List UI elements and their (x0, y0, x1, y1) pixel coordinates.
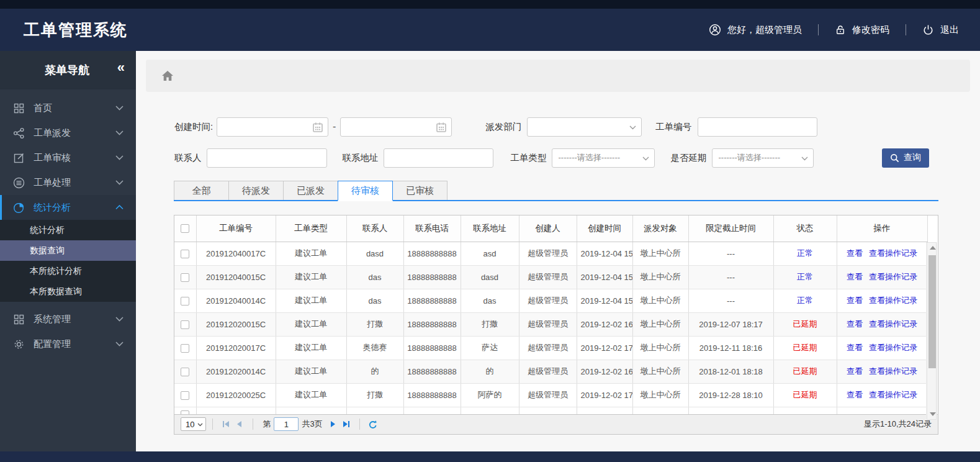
submenu-item-statistics[interactable]: 统计分析 (0, 220, 136, 240)
delayed-select[interactable]: -------请选择------- (712, 148, 814, 168)
cell-deadline: 2019-12-07 18:17 (688, 312, 773, 336)
row-checkbox[interactable] (181, 344, 189, 353)
row-checkbox[interactable] (181, 273, 189, 282)
cell-order-id: 201912040017C (196, 242, 276, 265)
cell-address: asd (461, 242, 519, 265)
view-log-link[interactable]: 查看操作记录 (869, 272, 917, 281)
refresh-button[interactable] (366, 417, 380, 431)
order-type-select[interactable]: -------请选择------- (552, 148, 655, 168)
first-page-button[interactable] (219, 417, 233, 431)
page-size-select[interactable]: 10 (181, 417, 206, 431)
sidebar-item-label: 工单派发 (34, 127, 71, 139)
gear-icon (13, 338, 25, 350)
prev-page-button[interactable] (233, 417, 246, 431)
user-icon (709, 24, 721, 36)
row-checkbox[interactable] (181, 320, 189, 329)
page-number-input[interactable] (274, 417, 299, 431)
view-log-link[interactable]: 查看操作记录 (869, 390, 917, 399)
order-type-label: 工单类型 (511, 152, 547, 164)
pager-divider (359, 419, 360, 430)
scroll-up-icon[interactable] (930, 246, 936, 250)
calendar-icon[interactable] (312, 122, 323, 133)
sidebar-item-system[interactable]: 系统管理 (0, 307, 136, 332)
address-input[interactable] (384, 148, 493, 168)
user-greeting[interactable]: 您好，超级管理员 (709, 24, 802, 36)
scroll-down-icon[interactable] (930, 412, 936, 416)
calendar-icon[interactable] (436, 122, 447, 133)
view-log-link[interactable]: 查看操作记录 (869, 343, 917, 352)
cell-order-id: 201912040014C (196, 289, 276, 312)
cell-contact: das (346, 265, 403, 289)
logout-button[interactable]: 退出 (922, 24, 959, 36)
tab-reviewed[interactable]: 已审核 (392, 181, 447, 200)
table-scrollbar[interactable] (926, 242, 937, 420)
cell-operations: 查看查看操作记录 (837, 242, 927, 265)
sidebar-item-statistics[interactable]: 统计分析 (0, 195, 136, 220)
tab-to-dispatch[interactable]: 待派发 (228, 181, 284, 200)
view-link[interactable]: 查看 (847, 319, 863, 328)
column-header: 状态 (773, 215, 837, 242)
contact-label: 联系人 (174, 152, 202, 164)
submenu-item-data-query[interactable]: 数据查询 (0, 240, 136, 261)
view-link[interactable]: 查看 (847, 272, 863, 281)
column-header: 工单编号 (196, 215, 276, 242)
scrollbar-thumb[interactable] (928, 255, 936, 368)
next-page-button[interactable] (326, 417, 339, 431)
sidebar-collapse-icon[interactable]: « (117, 60, 124, 76)
view-log-link[interactable]: 查看操作记录 (869, 366, 917, 376)
order-no-input[interactable] (698, 117, 817, 137)
view-link[interactable]: 查看 (847, 366, 863, 376)
home-icon[interactable] (161, 70, 174, 81)
app-window: 工单管理系统 您好，超级管理员 修改密码 退出 (0, 0, 980, 462)
cell-deadline: 2018-12-01 18:18 (688, 360, 773, 383)
search-button[interactable]: 查询 (882, 148, 929, 168)
row-checkbox[interactable] (181, 250, 189, 258)
cell-target: 墩上中心所 (632, 312, 688, 336)
filter-row-1: 创建时间: - 派发部门 工单编号 (136, 117, 980, 137)
scrollbar-track[interactable] (927, 242, 937, 420)
tab-all[interactable]: 全部 (174, 181, 229, 200)
created-time-end-input[interactable] (340, 117, 452, 137)
status-badge: 已延期 (793, 343, 817, 352)
dispatch-dept-select[interactable] (527, 117, 642, 137)
view-link[interactable]: 查看 (847, 296, 863, 305)
grid-icon (13, 102, 25, 114)
sidebar-item-home[interactable]: 首页 (0, 96, 136, 120)
pager-divider (253, 419, 253, 430)
view-link[interactable]: 查看 (847, 248, 863, 258)
cell-creator: 超级管理员 (519, 242, 577, 265)
submenu-item-station-statistics[interactable]: 本所统计分析 (0, 261, 136, 281)
column-header: 派发对象 (632, 215, 688, 242)
chevron-down-icon (629, 125, 636, 130)
last-page-button[interactable] (339, 417, 353, 431)
row-checkbox[interactable] (181, 297, 189, 306)
change-password-button[interactable]: 修改密码 (835, 24, 889, 36)
tab-dispatched[interactable]: 已派发 (283, 181, 338, 200)
sidebar-item-review[interactable]: 工单审核 (0, 145, 136, 170)
sidebar-item-config[interactable]: 配置管理 (0, 332, 136, 356)
view-log-link[interactable]: 查看操作记录 (869, 296, 917, 305)
view-log-link[interactable]: 查看操作记录 (869, 248, 917, 258)
tab-to-review[interactable]: 待审核 (338, 181, 393, 201)
sidebar-item-dispatch[interactable]: 工单派发 (0, 120, 136, 145)
sidebar-item-process[interactable]: 工单处理 (0, 170, 136, 195)
submenu-item-station-data-query[interactable]: 本所数据查询 (0, 281, 136, 302)
footer-strip (0, 451, 980, 462)
search-icon (890, 153, 899, 163)
greeting-text: 您好，超级管理员 (727, 24, 802, 36)
created-time-start-input[interactable] (217, 117, 328, 137)
cell-creator: 超级管理员 (519, 360, 577, 383)
contact-input[interactable] (207, 148, 327, 168)
row-checkbox[interactable] (181, 391, 189, 400)
app-header: 工单管理系统 您好，超级管理员 修改密码 退出 (0, 9, 980, 51)
select-all-checkbox[interactable] (181, 224, 189, 233)
breadcrumb (146, 60, 970, 92)
row-checkbox[interactable] (181, 410, 189, 414)
cell-created-time: 2019-12-04 15 (577, 289, 632, 312)
view-log-link[interactable]: 查看操作记录 (869, 319, 917, 328)
row-checkbox[interactable] (181, 368, 189, 376)
search-button-label: 查询 (904, 152, 921, 163)
view-link[interactable]: 查看 (847, 390, 863, 399)
view-link[interactable]: 查看 (847, 343, 863, 352)
top-strip (0, 0, 980, 9)
